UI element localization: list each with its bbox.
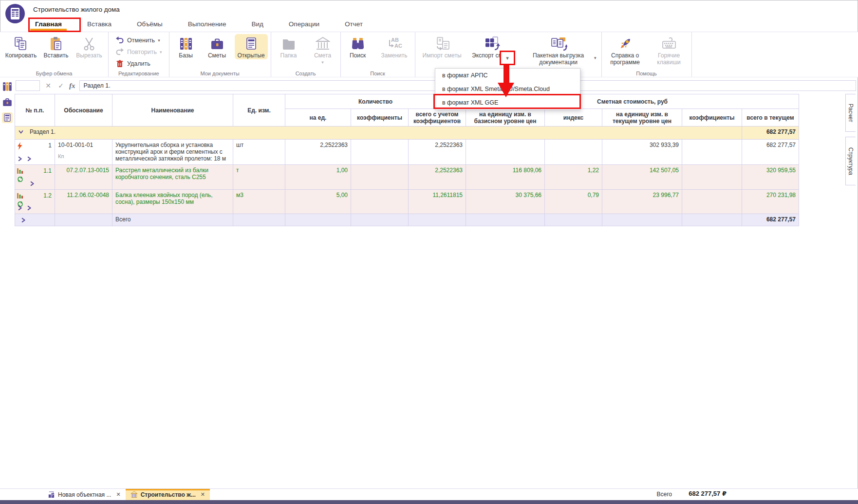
- row-qty-per-unit[interactable]: 5,00: [285, 190, 351, 214]
- row-qty-per-unit[interactable]: 2,2522363: [285, 140, 351, 165]
- confirm-formula-icon[interactable]: ✓: [56, 82, 65, 90]
- mini-estimates-icon[interactable]: [2, 97, 13, 108]
- col-header-basis[interactable]: Обоснование: [55, 94, 112, 126]
- doc-tab-new-object[interactable]: Новая объектная ... ✕: [43, 489, 126, 500]
- section-total[interactable]: 682 277,57: [742, 126, 799, 140]
- table-row[interactable]: 1.1 07.2.07.13-0015 Расстрел металлическ…: [15, 165, 799, 190]
- row-total[interactable]: 682 277,57: [742, 140, 799, 165]
- row-coeffs[interactable]: [682, 140, 742, 165]
- side-tab-calc[interactable]: Расчет: [845, 94, 856, 132]
- col-header-index[interactable]: индекс: [545, 109, 602, 126]
- import-estimate-button[interactable]: Импорт сметы: [418, 34, 466, 59]
- col-header-name[interactable]: Наименование: [112, 94, 233, 126]
- tab-otchet[interactable]: Отчет: [342, 17, 366, 32]
- create-estimate-button[interactable]: Смета ▾: [308, 34, 337, 65]
- row-total[interactable]: 270 231,98: [742, 190, 799, 214]
- expand-chevron-icon[interactable]: [18, 156, 22, 162]
- row-current-price[interactable]: 142 507,05: [602, 165, 682, 190]
- col-header-base-price[interactable]: на единицу изм. в базисном уровне цен: [466, 109, 545, 126]
- footer-label[interactable]: Всего: [112, 214, 233, 226]
- redo-button[interactable]: Повторить ▾: [115, 46, 162, 58]
- close-tab-icon[interactable]: ✕: [116, 491, 120, 498]
- col-header-qty-coeffs[interactable]: коэффициенты: [351, 109, 409, 126]
- table-footer-row[interactable]: Всего 682 277,57: [15, 214, 799, 226]
- col-header-qty-per-unit[interactable]: на ед.: [285, 109, 351, 126]
- folder-button[interactable]: Папка: [274, 34, 303, 59]
- cancel-formula-icon[interactable]: ✕: [44, 82, 53, 90]
- tab-operacii[interactable]: Операции: [286, 17, 322, 32]
- row-unit[interactable]: т: [233, 165, 285, 190]
- copy-button[interactable]: Копировать: [3, 34, 39, 59]
- row-coeffs[interactable]: [682, 165, 742, 190]
- about-button[interactable]: Справка о программе: [605, 34, 646, 66]
- row-qty-total[interactable]: 2,2522363: [409, 165, 466, 190]
- close-tab-icon[interactable]: ✕: [201, 491, 205, 498]
- row-unit[interactable]: шт: [233, 140, 285, 165]
- redo-dropdown-icon[interactable]: ▾: [160, 50, 162, 54]
- bases-button[interactable]: Базы: [172, 34, 200, 59]
- col-header-unit[interactable]: Ед. изм.: [233, 94, 285, 126]
- tab-vid[interactable]: Вид: [248, 17, 266, 32]
- expand-chevron-icon[interactable]: [30, 180, 35, 187]
- batch-upload-dropdown-icon[interactable]: ▾: [594, 55, 597, 60]
- col-header-qty-total[interactable]: всего с учетом коэффициентов: [409, 109, 466, 126]
- row-base-price[interactable]: 30 375,66: [466, 190, 545, 214]
- row-qty-per-unit[interactable]: 1,00: [285, 165, 351, 190]
- expand-chevron-icon[interactable]: [27, 156, 32, 162]
- col-header-coeffs[interactable]: коэффициенты: [682, 109, 742, 126]
- undo-dropdown-icon[interactable]: ▾: [158, 38, 160, 43]
- expand-chevron-icon[interactable]: [27, 205, 32, 211]
- cut-button[interactable]: Вырезать: [73, 34, 105, 59]
- row-current-price[interactable]: 23 996,77: [602, 190, 682, 214]
- hotkeys-button[interactable]: Горячие клавиши: [650, 34, 689, 66]
- col-header-num[interactable]: № п.п.: [15, 94, 55, 126]
- collapse-section-icon[interactable]: [18, 129, 24, 135]
- section-row[interactable]: Раздел 1. 682 277,57: [15, 126, 799, 140]
- row-code[interactable]: 07.2.07.13-0015: [55, 165, 112, 190]
- expand-chevron-icon[interactable]: [21, 217, 26, 223]
- row-qty-coeffs[interactable]: [351, 165, 409, 190]
- paste-button[interactable]: Вставить: [40, 34, 72, 59]
- tab-obyomy[interactable]: Объёмы: [134, 17, 166, 32]
- create-estimate-dropdown-icon[interactable]: ▾: [321, 60, 324, 65]
- cell-reference-input[interactable]: [16, 80, 40, 91]
- row-name[interactable]: Укрупнительная сборка и установка констр…: [112, 140, 233, 165]
- row-coeffs[interactable]: [682, 190, 742, 214]
- mini-open-documents-icon[interactable]: [2, 112, 13, 123]
- row-base-price[interactable]: 116 809,06: [466, 165, 545, 190]
- row-unit[interactable]: м3: [233, 190, 285, 214]
- row-qty-total[interactable]: 11,2611815: [409, 190, 466, 214]
- row-qty-coeffs[interactable]: [351, 140, 409, 165]
- row-index[interactable]: 1,22: [545, 165, 602, 190]
- row-qty-total[interactable]: 2,2522363: [409, 140, 466, 165]
- col-header-total-current[interactable]: всего в текущем: [742, 109, 799, 126]
- search-button[interactable]: Поиск: [344, 34, 372, 59]
- export-dropdown-icon[interactable]: ▾: [506, 55, 509, 61]
- footer-total[interactable]: 682 277,57: [742, 214, 799, 226]
- row-code[interactable]: 11.2.06.02-0048: [55, 190, 112, 214]
- row-total[interactable]: 320 959,55: [742, 165, 799, 190]
- estimates-button[interactable]: Сметы: [204, 34, 231, 59]
- row-name[interactable]: Балка клееная хвойных пород (ель, сосна)…: [112, 190, 233, 214]
- fx-icon[interactable]: fx: [69, 82, 75, 90]
- side-tab-structure[interactable]: Структура: [845, 137, 856, 185]
- batch-upload-button[interactable]: Пакетная выгрузка документации ▾: [519, 34, 598, 66]
- tab-vypolnenie[interactable]: Выполнение: [185, 17, 229, 32]
- row-qty-coeffs[interactable]: [351, 190, 409, 214]
- open-documents-button[interactable]: Открытые: [235, 34, 268, 59]
- row-index[interactable]: [545, 140, 602, 165]
- tab-vstavka[interactable]: Вставка: [84, 17, 114, 32]
- delete-button[interactable]: Удалить: [115, 58, 150, 70]
- expand-chevron-icon[interactable]: [18, 205, 22, 211]
- col-header-current-price[interactable]: на единицу изм. в текущем уровне цен: [602, 109, 682, 126]
- row-index[interactable]: 0,79: [545, 190, 602, 214]
- row-base-price[interactable]: [466, 140, 545, 165]
- table-row[interactable]: 1.2 11.2.06.02-0048 Балка клееная хвойны…: [15, 190, 799, 214]
- table-row[interactable]: 1 10-01-001-01Кп Укрупнительная сборка и…: [15, 140, 799, 165]
- row-name[interactable]: Расстрел металлический из балки коробчат…: [112, 165, 233, 190]
- row-current-price[interactable]: 302 933,39: [602, 140, 682, 165]
- replace-button[interactable]: ABAC Заменить: [377, 34, 412, 59]
- doc-tab-construction[interactable]: Строительство ж... ✕: [126, 489, 210, 500]
- undo-button[interactable]: Отменить ▾: [115, 35, 160, 46]
- mini-bases-icon[interactable]: [2, 81, 13, 92]
